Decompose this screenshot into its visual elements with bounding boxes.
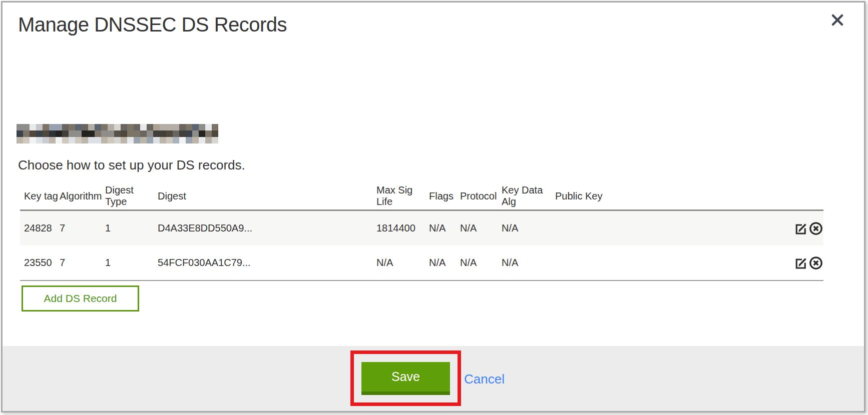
col-header-public-key: Public Key: [555, 182, 784, 210]
cell-key-data-alg: N/A: [502, 210, 555, 246]
col-header-flags: Flags: [429, 182, 460, 210]
cell-flags: N/A: [429, 210, 460, 246]
cell-flags: N/A: [429, 246, 460, 280]
cell-algorithm: 7: [60, 210, 105, 246]
col-header-key-tag: Key tag: [20, 182, 60, 210]
ds-records-table: Key tag Algorithm Digest Type Digest Max…: [20, 182, 823, 281]
cell-max-sig-life: N/A: [376, 246, 429, 280]
col-header-algorithm: Algorithm: [60, 182, 105, 210]
cell-public-key: [555, 246, 784, 280]
cell-algorithm: 7: [60, 246, 105, 280]
dialog-title: Manage DNSSEC DS Records: [18, 14, 287, 36]
table-row: 24828 7 1 D4A33E8DD550A9... 1814400 N/A …: [20, 210, 823, 246]
table-header-row: Key tag Algorithm Digest Type Digest Max…: [20, 182, 823, 210]
edit-pencil-square-icon[interactable]: [793, 221, 808, 236]
col-header-max-sig-life: Max Sig Life: [376, 182, 429, 210]
save-button[interactable]: Save: [361, 362, 450, 395]
cell-key-tag: 23550: [20, 246, 60, 280]
circle-x-delete-icon[interactable]: [808, 256, 823, 270]
edit-pencil-square-icon[interactable]: [793, 256, 808, 270]
save-button-highlight-annotation: Save: [350, 350, 461, 406]
col-header-digest-type: Digest Type: [105, 182, 158, 210]
col-header-protocol: Protocol: [460, 182, 502, 210]
dialog-footer: Save Cancel: [3, 346, 864, 411]
col-header-actions: [784, 182, 823, 210]
close-icon[interactable]: [830, 12, 845, 28]
table-row: 23550 7 1 54FCF030AA1C79... N/A N/A N/A …: [20, 246, 823, 280]
cell-digest-type: 1: [105, 210, 158, 246]
manage-dnssec-dialog: Manage DNSSEC DS Records Choose how to s…: [1, 1, 865, 412]
circle-x-delete-icon[interactable]: [808, 221, 823, 236]
cell-digest-type: 1: [105, 246, 158, 280]
cell-protocol: N/A: [460, 210, 502, 246]
col-header-key-data-alg: Key Data Alg: [502, 182, 555, 210]
cell-digest: 54FCF030AA1C79...: [158, 246, 376, 280]
domain-name-redacted: [17, 124, 218, 144]
cell-max-sig-life: 1814400: [376, 210, 429, 246]
cell-protocol: N/A: [460, 246, 502, 280]
setup-instruction-text: Choose how to set up your DS records.: [18, 158, 245, 173]
cell-key-data-alg: N/A: [502, 246, 555, 280]
add-ds-record-button[interactable]: Add DS Record: [22, 286, 139, 312]
cell-digest: D4A33E8DD550A9...: [158, 210, 376, 246]
cell-key-tag: 24828: [20, 210, 60, 246]
cancel-link[interactable]: Cancel: [464, 372, 505, 387]
cell-public-key: [555, 210, 784, 246]
col-header-digest: Digest: [158, 182, 376, 210]
